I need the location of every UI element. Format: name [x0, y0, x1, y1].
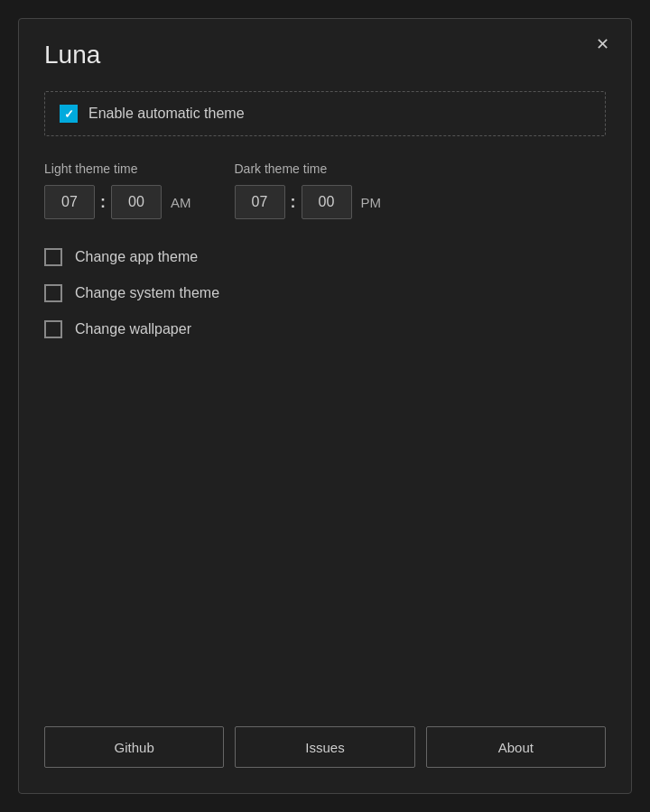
- light-ampm: AM: [171, 195, 191, 210]
- change-wallpaper-label: Change wallpaper: [75, 321, 191, 337]
- dark-theme-label: Dark theme time: [235, 161, 382, 176]
- auto-theme-checkbox[interactable]: ✓: [60, 105, 78, 123]
- light-separator: :: [100, 193, 106, 212]
- light-hour-input[interactable]: [44, 185, 95, 219]
- dark-theme-inputs: : PM: [235, 185, 382, 219]
- light-theme-label: Light theme time: [44, 161, 191, 176]
- github-button[interactable]: Github: [44, 726, 224, 768]
- close-button[interactable]: ✕: [590, 32, 615, 57]
- options-section: Change app theme Change system theme Cha…: [44, 248, 606, 338]
- dark-theme-group: Dark theme time : PM: [235, 161, 382, 219]
- change-system-theme-checkbox[interactable]: [44, 284, 62, 302]
- dark-separator: :: [291, 193, 296, 212]
- change-wallpaper-checkbox[interactable]: [44, 320, 62, 338]
- change-app-theme-label: Change app theme: [75, 249, 198, 265]
- change-system-theme-label: Change system theme: [75, 285, 219, 301]
- dark-hour-input[interactable]: [235, 185, 285, 219]
- dark-minute-input[interactable]: [302, 185, 352, 219]
- dark-ampm: PM: [361, 195, 382, 210]
- auto-theme-label: Enable automatic theme: [88, 106, 245, 122]
- auto-theme-section: ✓ Enable automatic theme: [44, 91, 606, 136]
- option-row-system-theme: Change system theme: [44, 284, 606, 302]
- time-row: Light theme time : AM Dark theme time : …: [44, 161, 606, 219]
- light-theme-inputs: : AM: [44, 185, 191, 219]
- app-window: ✕ Luna ✓ Enable automatic theme Light th…: [18, 18, 632, 794]
- issues-button[interactable]: Issues: [235, 726, 414, 768]
- option-row-wallpaper: Change wallpaper: [44, 320, 606, 338]
- change-app-theme-checkbox[interactable]: [44, 248, 62, 266]
- window-title: Luna: [44, 41, 606, 69]
- about-button[interactable]: About: [426, 726, 606, 768]
- light-minute-input[interactable]: [111, 185, 162, 219]
- checkmark-icon: ✓: [64, 108, 74, 120]
- footer-buttons: Github Issues About: [44, 726, 606, 768]
- light-theme-group: Light theme time : AM: [44, 161, 191, 219]
- option-row-app-theme: Change app theme: [44, 248, 606, 266]
